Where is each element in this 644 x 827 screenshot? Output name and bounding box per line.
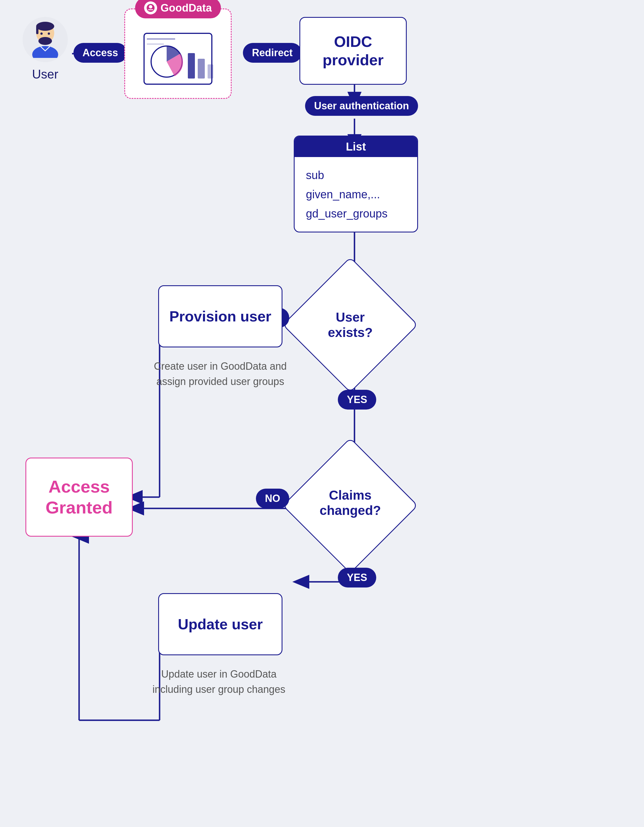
svg-point-26 [48, 33, 50, 35]
update-caption: Update user in GoodDataincluding user gr… [139, 666, 299, 697]
no-badge-claims: NO [256, 488, 289, 509]
svg-rect-22 [36, 26, 38, 34]
provision-caption: Create user in GoodData andassign provid… [141, 359, 299, 389]
user-exists-label: Userexists? [299, 291, 401, 359]
svg-rect-34 [207, 64, 213, 78]
update-user-box: Update user [158, 593, 282, 655]
oidc-label: OIDCprovider [323, 33, 384, 69]
provision-user-label: Provision user [169, 308, 271, 325]
list-box-header: List [295, 136, 417, 157]
svg-point-23 [38, 37, 52, 45]
access-badge: Access [73, 43, 127, 63]
oidc-box: OIDCprovider [299, 17, 407, 85]
gooddata-icon [144, 2, 157, 14]
svg-point-21 [36, 22, 54, 31]
user-auth-badge: User authentication [305, 96, 418, 116]
svg-point-28 [149, 5, 152, 8]
claims-changed-label: Claimschanged? [299, 474, 401, 531]
svg-rect-33 [198, 59, 205, 78]
svg-rect-32 [188, 53, 195, 78]
redirect-badge: Redirect [243, 43, 302, 63]
yes-badge-claims: YES [338, 568, 376, 587]
yes-badge-user-exists: YES [338, 390, 376, 410]
user-label: User [32, 67, 58, 81]
provision-user-box: Provision user [158, 285, 282, 347]
svg-point-25 [41, 33, 43, 35]
gooddata-dashboard [141, 26, 215, 91]
update-user-label: Update user [178, 616, 263, 633]
gooddata-logo-text: GoodData [161, 2, 212, 14]
access-granted-label: Access Granted [26, 476, 132, 518]
list-box-content: subgiven_name,...gd_user_groups [295, 157, 417, 232]
avatar-image [23, 17, 68, 62]
user-avatar: User [17, 17, 73, 81]
list-box: List subgiven_name,...gd_user_groups [294, 136, 418, 232]
gooddata-box: GoodData [124, 8, 232, 99]
svg-rect-29 [148, 9, 153, 10]
svg-point-24 [32, 46, 58, 58]
access-granted-box: Access Granted [25, 457, 133, 537]
gooddata-logo: GoodData [135, 0, 221, 18]
